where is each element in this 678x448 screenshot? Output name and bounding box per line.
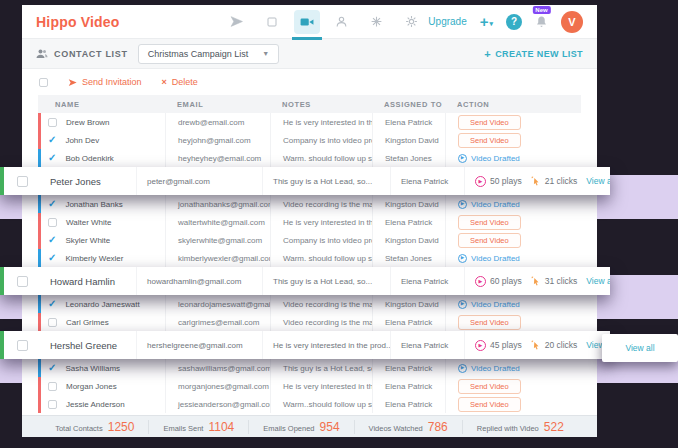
send-video-button[interactable]: Send Video <box>458 397 521 412</box>
row-checkbox[interactable] <box>48 382 57 391</box>
contact-name: Skyler White <box>65 236 110 245</box>
video-drafted-status[interactable]: ▶ Video Drafted <box>458 254 520 263</box>
upgrade-link[interactable]: Upgrade <box>428 16 466 27</box>
stat-value: 1250 <box>108 420 135 434</box>
row-checkbox[interactable]: ✓ <box>48 199 56 209</box>
row-checkbox[interactable]: ✓ <box>48 299 56 309</box>
table-row: ✓ Leonardo Jameswatt leonardojameswatt@g… <box>38 295 581 313</box>
notes-cell: Company is into video produ... <box>270 231 372 249</box>
view-all-tooltip[interactable]: View all <box>602 334 678 362</box>
send-invitation-button[interactable]: Send Invitation <box>68 77 142 87</box>
help-button[interactable]: ? <box>506 14 522 30</box>
video-drafted-status[interactable]: ▶ Video Drafted <box>458 300 520 309</box>
chevron-down-icon: ▾ <box>489 20 493 27</box>
footer-stat: Emails Opened 954 <box>248 420 353 434</box>
assigned-cell: Elena Patrick <box>372 395 445 413</box>
email-cell: leonardojameswatt@gmail.com <box>165 295 270 313</box>
settings-gear-icon[interactable] <box>399 10 425 34</box>
row-checkbox[interactable]: ✓ <box>48 135 56 145</box>
notes-cell: Warm..should follow up so... <box>270 395 372 413</box>
contact-name: Walter White <box>66 218 112 227</box>
avatar[interactable]: V <box>561 11 583 33</box>
row-checkbox[interactable]: ✓ <box>48 235 56 245</box>
row-checkbox[interactable] <box>17 340 28 351</box>
row-checkbox[interactable] <box>48 400 57 409</box>
view-all-link[interactable]: View all <box>586 176 610 186</box>
video-camera-icon[interactable] <box>294 10 320 34</box>
send-icon[interactable] <box>224 10 250 34</box>
bulk-action-bar: Send Invitation × Delete <box>22 69 597 95</box>
select-all-checkbox[interactable] <box>39 78 48 87</box>
create-menu-button[interactable]: +▾ <box>480 14 493 29</box>
plays-stat: ▶ 45 plays <box>475 340 522 351</box>
contact-name: Sasha Williams <box>65 364 120 373</box>
click-cursor-icon <box>531 340 541 350</box>
action-cell: Send Video <box>445 231 581 249</box>
clicks-stat: 21 clicks <box>531 176 578 186</box>
action-cell: ▶ Video Drafted <box>445 249 581 267</box>
action-cell: Send Video <box>445 113 581 131</box>
row-color-bar <box>38 149 41 167</box>
stat-label: Total Contacts <box>55 424 103 433</box>
video-drafted-status[interactable]: ▶ Video Drafted <box>458 200 520 209</box>
play-icon: ▶ <box>458 254 467 263</box>
engagement-stats: ▶ 50 plays 21 clicks View all <box>464 167 610 195</box>
delete-button[interactable]: × Delete <box>162 77 198 87</box>
click-cursor-icon <box>531 176 541 186</box>
row-checkbox[interactable] <box>17 176 28 187</box>
click-cursor-icon <box>531 276 541 286</box>
action-cell: ▶ Video Drafted <box>445 149 581 167</box>
stat-value: 1104 <box>208 420 234 434</box>
action-cell: Send Video <box>445 395 581 413</box>
send-video-button[interactable]: Send Video <box>458 133 521 148</box>
row-checkbox[interactable] <box>17 276 28 287</box>
table-row: ✓ Jonathan Banks jonathanbanks@gmail.com… <box>38 195 581 213</box>
assigned-cell: Kingston David <box>372 195 445 213</box>
video-drafted-status[interactable]: ▶ Video Drafted <box>458 364 520 373</box>
table-row: ✓ Sasha Williams sashawilliams@gmail.com… <box>38 359 581 377</box>
action-cell: Send Video <box>445 313 581 331</box>
contact-name: Bob Odenkirk <box>65 154 113 163</box>
engagement-stats: ▶ 45 plays 20 clicks View all <box>464 331 610 359</box>
row-checkbox[interactable]: ✓ <box>48 253 56 263</box>
chevron-down-icon: ▼ <box>262 50 269 57</box>
notifications-bell-icon[interactable]: New <box>535 15 548 29</box>
row-checkbox[interactable] <box>48 318 57 327</box>
contact-list-title: CONTACT LIST <box>36 48 128 59</box>
name-cell: ✓ Leonardo Jameswatt <box>38 295 165 313</box>
row-checkbox[interactable]: ✓ <box>48 363 56 373</box>
send-video-button[interactable]: Send Video <box>458 379 521 394</box>
stat-value: 954 <box>320 420 340 434</box>
highlighted-contact-row: Howard Hamlin howardhamlin@gmail.com Thi… <box>0 267 610 295</box>
send-video-button[interactable]: Send Video <box>458 115 521 130</box>
send-video-button[interactable]: Send Video <box>458 233 521 248</box>
row-checkbox[interactable]: ✓ <box>48 153 56 163</box>
view-all-link[interactable]: View all <box>586 276 610 286</box>
create-new-list-button[interactable]: + CREATE NEW LIST <box>484 48 583 60</box>
row-color-bar <box>38 113 41 131</box>
notes-cell: He is very interested in the prod... <box>270 113 372 131</box>
video-drafted-status[interactable]: ▶ Video Drafted <box>458 154 520 163</box>
contact-name: John Dev <box>65 136 99 145</box>
send-video-button[interactable]: Send Video <box>458 215 521 230</box>
row-color-bar <box>38 395 41 413</box>
contact-list-bar: CONTACT LIST Christmas Campaign List ▼ +… <box>22 39 597 69</box>
name-cell: ✓ Bob Odenkirk <box>38 149 165 167</box>
table-row: Walter White waltertwhite@gmail.com He i… <box>38 213 581 231</box>
notes-cell: This guy is a Hot Lead, so... <box>262 267 390 295</box>
row-color-bar <box>38 231 41 249</box>
list-selector[interactable]: Christmas Campaign List ▼ <box>138 44 279 64</box>
assigned-cell: Stefan Jones <box>372 249 445 267</box>
stop-icon[interactable] <box>259 10 285 34</box>
row-checkbox[interactable] <box>48 118 57 127</box>
contacts-icon[interactable] <box>329 10 355 34</box>
stat-label: Emails Opened <box>263 424 314 433</box>
row-checkbox[interactable] <box>48 218 57 227</box>
play-icon: ▶ <box>475 276 486 287</box>
contact-name: Leonardo Jameswatt <box>65 300 139 309</box>
name-cell: Drew Brown <box>38 113 165 131</box>
table-row: ✓ John Dev heyjohn@gmail.com Company is … <box>38 131 581 149</box>
send-video-button[interactable]: Send Video <box>458 315 521 330</box>
assigned-cell: Elena Patrick <box>390 267 464 295</box>
apps-icon[interactable] <box>364 10 390 34</box>
